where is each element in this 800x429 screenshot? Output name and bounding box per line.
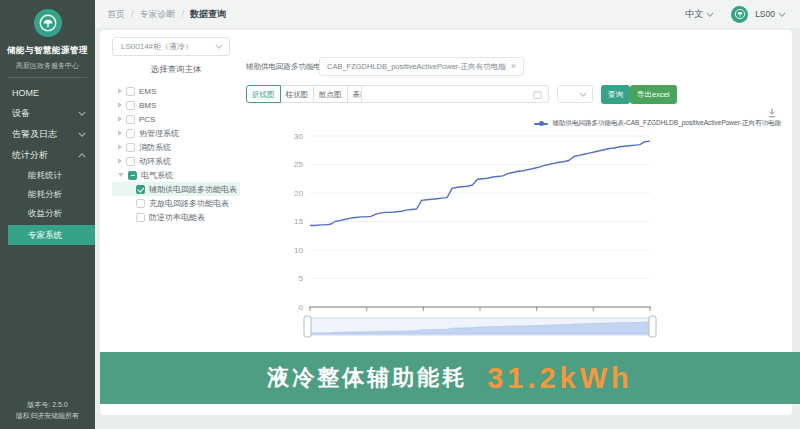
copyright-text: 版权归济安储能所有 bbox=[0, 410, 95, 421]
sidebar-item-alarms-logs[interactable]: 告警及日志 bbox=[0, 124, 95, 145]
sidebar-item-statistics[interactable]: 统计分析 bbox=[0, 145, 95, 166]
checkbox-unchecked[interactable] bbox=[126, 129, 135, 138]
tree-item-env-system[interactable]: 动环系统 bbox=[112, 154, 240, 168]
tab-scatter-chart[interactable]: 散点图 bbox=[313, 85, 348, 103]
checkbox-checked[interactable] bbox=[136, 185, 145, 194]
tree-item-label: 消防系统 bbox=[139, 142, 171, 153]
app-logo-icon bbox=[34, 9, 62, 37]
sidebar-submenu: 能耗统计 能耗分析 收益分析 专家系统 bbox=[0, 166, 95, 245]
selected-meter-label: 辅助供电回路多功能电表 bbox=[246, 62, 329, 72]
breadcrumb-expert-diagnosis[interactable]: 专家诊断 bbox=[140, 8, 176, 21]
chart-type-tabs: 折线图 柱状图 散点图 表格 bbox=[246, 85, 374, 103]
tree-item-label: 充放电回路多功能电表 bbox=[149, 198, 229, 209]
query-tree-panel: 选择查询主体 EMS BMS PCS 热管理系统 bbox=[112, 64, 240, 224]
umbrella-logo-icon bbox=[38, 13, 58, 33]
tree-item-label: 辅助供电回路多功能电表 bbox=[149, 184, 237, 195]
checkbox-unchecked[interactable] bbox=[136, 199, 145, 208]
tree-child-aux-power-meter[interactable]: 辅助供电回路多功能电表 bbox=[112, 182, 240, 196]
svg-text:20: 20 bbox=[294, 189, 303, 198]
chevron-down-icon bbox=[78, 111, 86, 116]
tag-label: CAB_FZGDHLDB_positiveActivePower-正向有功电能 bbox=[327, 62, 506, 72]
tree-item-ems[interactable]: EMS bbox=[112, 84, 240, 98]
chevron-down-icon bbox=[78, 132, 86, 137]
chevron-down-icon bbox=[215, 44, 223, 49]
chevron-down-icon bbox=[579, 92, 587, 97]
checkbox-indeterminate[interactable] bbox=[128, 171, 137, 180]
tree-item-label: BMS bbox=[139, 101, 156, 110]
sidebar-item-label: 统计分析 bbox=[12, 149, 48, 162]
sidebar-subitem-revenue-analysis[interactable]: 收益分析 bbox=[0, 204, 95, 223]
svg-text:15: 15 bbox=[294, 217, 303, 226]
tab-bar-chart[interactable]: 柱状图 bbox=[280, 85, 315, 103]
tree-item-label: 防逆功率电能表 bbox=[149, 212, 205, 223]
sidebar-divider bbox=[8, 77, 87, 78]
chart-canvas[interactable]: 051015202530 bbox=[240, 106, 785, 346]
sidebar-menu: HOME 设备 告警及日志 统计分析 能耗统计 能耗分析 收益分析 专家系统 bbox=[0, 82, 95, 245]
selected-point-tag[interactable]: CAB_FZGDHLDB_positiveActivePower-正向有功电能 … bbox=[319, 57, 524, 76]
breadcrumb-separator: / bbox=[131, 9, 134, 19]
tree-item-thermal-system[interactable]: 热管理系统 bbox=[112, 126, 240, 140]
tree-item-electrical-system[interactable]: 电气系统 bbox=[112, 168, 240, 182]
chevron-down-icon bbox=[706, 12, 714, 17]
checkbox-unchecked[interactable] bbox=[126, 143, 135, 152]
date-range-input[interactable] bbox=[361, 85, 549, 103]
sidebar-subitem-expert-system[interactable]: 专家系统 bbox=[8, 225, 95, 245]
language-label: 中文 bbox=[685, 8, 703, 21]
svg-text:25: 25 bbox=[294, 160, 303, 169]
checkbox-unchecked[interactable] bbox=[136, 213, 145, 222]
close-icon[interactable]: × bbox=[511, 62, 516, 71]
tree-item-label: 动环系统 bbox=[139, 156, 171, 167]
caret-right-icon bbox=[118, 116, 122, 122]
tree-item-bms[interactable]: BMS bbox=[112, 98, 240, 112]
checkbox-unchecked[interactable] bbox=[126, 115, 135, 124]
breadcrumb-separator: / bbox=[182, 9, 185, 19]
caret-right-icon bbox=[118, 144, 122, 150]
chevron-up-icon bbox=[78, 153, 86, 158]
tree-item-pcs[interactable]: PCS bbox=[112, 112, 240, 126]
tree-child-anti-reverse-meter[interactable]: 防逆功率电能表 bbox=[112, 210, 240, 224]
banner-label: 液冷整体辅助能耗 bbox=[267, 363, 467, 393]
topbar-right: 中文 LS00 bbox=[685, 6, 786, 23]
tree-item-fire-system[interactable]: 消防系统 bbox=[112, 140, 240, 154]
sidebar-subitem-energy-stats[interactable]: 能耗统计 bbox=[0, 166, 95, 185]
svg-text:30: 30 bbox=[294, 132, 303, 141]
topbar: 首页 / 专家诊断 / 数据查询 中文 LS00 bbox=[95, 0, 800, 28]
banner-value: 31.2kWh bbox=[487, 362, 633, 395]
sidebar-item-label: HOME bbox=[12, 88, 39, 98]
user-menu[interactable]: LS00 bbox=[755, 9, 786, 19]
interval-select[interactable] bbox=[557, 85, 593, 103]
sidebar: 储能与智慧能源管理 高新区政务服务中心 HOME 设备 告警及日志 统计分析 能… bbox=[0, 0, 95, 429]
checkbox-unchecked[interactable] bbox=[126, 87, 135, 96]
export-excel-button[interactable]: 导出excel bbox=[630, 85, 677, 104]
caret-right-icon bbox=[118, 102, 122, 108]
checkbox-unchecked[interactable] bbox=[126, 157, 135, 166]
device-select[interactable]: LS0014#柜（液冷） bbox=[112, 37, 230, 56]
energy-summary-banner: 液冷整体辅助能耗 31.2kWh bbox=[100, 352, 800, 404]
language-selector[interactable]: 中文 bbox=[685, 8, 714, 21]
sidebar-item-device[interactable]: 设备 bbox=[0, 103, 95, 124]
tree-item-label: PCS bbox=[139, 115, 155, 124]
chevron-down-icon bbox=[778, 12, 786, 17]
svg-text:10: 10 bbox=[294, 246, 303, 255]
avatar[interactable] bbox=[731, 6, 748, 23]
sidebar-item-label: 告警及日志 bbox=[12, 128, 57, 141]
sidebar-item-home[interactable]: HOME bbox=[0, 82, 95, 103]
calendar-icon bbox=[533, 90, 542, 99]
tree-child-charge-discharge-meter[interactable]: 充放电回路多功能电表 bbox=[112, 196, 240, 210]
app-root: 储能与智慧能源管理 高新区政务服务中心 HOME 设备 告警及日志 统计分析 能… bbox=[0, 0, 800, 429]
username-label: LS00 bbox=[755, 9, 775, 19]
caret-right-icon bbox=[118, 88, 122, 94]
checkbox-unchecked[interactable] bbox=[126, 101, 135, 110]
caret-down-icon bbox=[118, 173, 124, 177]
query-button[interactable]: 查询 bbox=[601, 85, 630, 104]
tree-item-label: EMS bbox=[139, 87, 156, 96]
line-chart: 辅助供电回路多功能电表-CAB_FZGDHLDB_positiveActiveP… bbox=[240, 106, 785, 346]
tab-line-chart[interactable]: 折线图 bbox=[246, 85, 281, 103]
sidebar-subitem-energy-analysis[interactable]: 能耗分析 bbox=[0, 185, 95, 204]
caret-right-icon bbox=[118, 130, 122, 136]
tree-item-label: 电气系统 bbox=[141, 170, 173, 181]
device-select-value: LS0014#柜（液冷） bbox=[121, 41, 193, 52]
tree-item-label: 热管理系统 bbox=[139, 128, 179, 139]
breadcrumb-home[interactable]: 首页 bbox=[107, 8, 125, 21]
caret-right-icon bbox=[118, 158, 122, 164]
